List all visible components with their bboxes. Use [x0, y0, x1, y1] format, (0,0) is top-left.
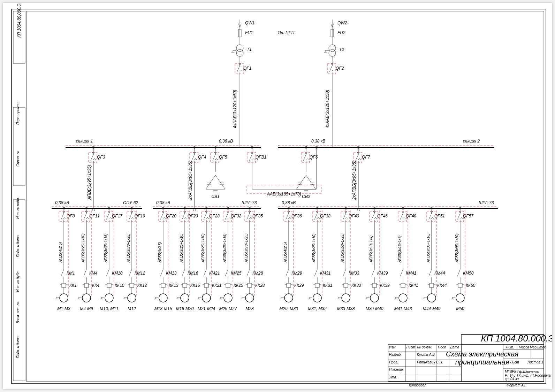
- code-topleft: КП 1004.80.000.ЭЗ: [13, 3, 25, 63]
- svg-point-84: [329, 49, 336, 56]
- svg-text:QF17: QF17: [112, 214, 123, 218]
- svg-point-449: [342, 294, 350, 302]
- svg-text:T2: T2: [339, 47, 344, 52]
- svg-point-493: [399, 294, 407, 302]
- svg-text:секция 1: секция 1: [76, 139, 93, 144]
- svg-rect-130: [211, 152, 219, 163]
- svg-rect-284: [158, 211, 167, 222]
- svg-rect-328: [202, 211, 210, 222]
- svg-rect-306: [180, 211, 188, 222]
- svg-text:QF20: QF20: [166, 214, 176, 218]
- svg-line-463: [372, 269, 374, 276]
- svg-text:Кмить А.В.: Кмить А.В.: [417, 353, 436, 356]
- svg-text:FU2: FU2: [337, 30, 345, 35]
- svg-text:КК28: КК28: [255, 283, 265, 288]
- svg-text:КМ13: КМ13: [166, 271, 177, 276]
- svg-text:Листов: Листов: [527, 360, 540, 364]
- svg-text:Подп: Подп: [438, 345, 446, 349]
- svg-text:КМ39: КМ39: [377, 271, 388, 276]
- svg-rect-94: [327, 63, 336, 74]
- svg-text:Масса: Масса: [519, 345, 529, 349]
- svg-line-419: [314, 269, 317, 276]
- svg-rect-482: [398, 211, 406, 222]
- svg-text:ОПУ-62: ОПУ-62: [123, 200, 138, 205]
- single-line-diagram: QW1FU1T1QF14хААБ(3x120+1x50)QW2FU2T2QF24…: [52, 20, 498, 311]
- svg-text:0,38 кВ: 0,38 кВ: [156, 200, 170, 205]
- svg-text:М25-М27: М25-М27: [219, 306, 237, 311]
- svg-text:4хААБ(3x120+1x50): 4хААБ(3x120+1x50): [233, 90, 237, 128]
- svg-rect-246: [107, 283, 111, 287]
- svg-line-347: [225, 213, 228, 220]
- svg-text:КМ16: КМ16: [188, 271, 198, 276]
- svg-text:КК16: КК16: [190, 283, 200, 288]
- svg-text:QF57: QF57: [463, 214, 474, 218]
- svg-text:CB1: CB1: [211, 194, 219, 199]
- svg-text:М41-М43: М41-М43: [394, 306, 412, 311]
- svg-text:КК29: КК29: [294, 283, 304, 288]
- svg-point-207: [60, 294, 68, 302]
- svg-text:QF8: QF8: [67, 214, 75, 218]
- svg-text:Изм: Изм: [389, 345, 396, 349]
- svg-text:КМ29: КМ29: [291, 271, 302, 276]
- svg-point-361: [224, 294, 232, 302]
- svg-line-507: [429, 269, 432, 276]
- svg-text:М44-М49: М44-М49: [423, 306, 441, 311]
- svg-text:QF35: QF35: [252, 214, 263, 218]
- svg-text:КК21: КК21: [212, 283, 222, 288]
- svg-text:КП 1004.80.000.ЭЗ: КП 1004.80.000.ЭЗ: [17, 3, 22, 38]
- svg-rect-466: [372, 283, 377, 287]
- svg-text:0,38 кВ: 0,38 кВ: [55, 200, 69, 205]
- svg-text:АПВБ(3x35+1x16): АПВБ(3x35+1x16): [426, 233, 430, 263]
- svg-point-537: [456, 294, 464, 302]
- svg-text:КК39: КК39: [380, 283, 390, 288]
- svg-text:QF3: QF3: [97, 155, 105, 160]
- svg-rect-290: [161, 283, 165, 287]
- svg-text:QF19: QF19: [135, 214, 145, 218]
- svg-text:КК13: КК13: [169, 283, 178, 288]
- svg-point-295: [159, 294, 167, 302]
- svg-text:КМ44: КМ44: [434, 271, 445, 276]
- svg-text:QF7: QF7: [362, 155, 371, 160]
- svg-text:М13-М15: М13-М15: [154, 306, 172, 311]
- svg-line-353: [225, 269, 228, 276]
- svg-line-237: [106, 213, 109, 220]
- svg-text:АПВБ(3x70+1x25): АПВБ(3x70+1x25): [244, 233, 248, 263]
- svg-rect-112: [89, 152, 97, 163]
- svg-line-265: [129, 269, 132, 276]
- svg-rect-224: [84, 283, 89, 287]
- svg-text:КК10: КК10: [115, 283, 124, 288]
- svg-text:КМ50: КМ50: [463, 271, 474, 276]
- svg-rect-394: [284, 211, 292, 222]
- svg-text:М21-М24: М21-М24: [198, 306, 215, 311]
- svg-line-391: [286, 213, 289, 220]
- svg-text:КК33: КК33: [351, 283, 361, 288]
- svg-line-215: [84, 213, 86, 220]
- svg-text:МГВРК   /  ф.Шевченко: МГВРК / ф.Шевченко: [505, 370, 539, 374]
- svg-text:2хАПВБ(3x95+1x35): 2хАПВБ(3x95+1x35): [352, 161, 357, 200]
- svg-text:Перв. примен.: Перв. примен.: [16, 101, 20, 125]
- svg-point-405: [284, 294, 293, 302]
- svg-text:АПВБ(3x35+1x16): АПВБ(3x35+1x16): [223, 233, 227, 263]
- svg-text:QF48: QF48: [406, 214, 416, 218]
- svg-text:КК50: КК50: [466, 283, 476, 288]
- svg-text:Масштаб: Масштаб: [530, 345, 546, 349]
- svg-line-369: [247, 213, 250, 220]
- svg-text:FU1: FU1: [245, 30, 253, 35]
- svg-text:QF38: QF38: [320, 214, 330, 218]
- svg-point-64: [236, 49, 243, 56]
- svg-text:QF4: QF4: [198, 155, 206, 160]
- svg-text:АПВБ(3x25+1x10): АПВБ(3x25+1x10): [81, 233, 85, 263]
- svg-text:М10, М11: М10, М11: [100, 306, 118, 311]
- svg-text:КМ31: КМ31: [320, 271, 330, 276]
- svg-line-309: [182, 269, 185, 276]
- svg-text:ШРА-73: ШРА-73: [242, 200, 257, 205]
- svg-text:Копировал: Копировал: [409, 383, 426, 387]
- svg-text:Инв. № подл.: Инв. № подл.: [16, 197, 20, 219]
- svg-line-485: [400, 269, 403, 276]
- svg-line-221: [84, 269, 86, 276]
- svg-line-127: [213, 154, 215, 161]
- svg-text:0,38 кВ: 0,38 кВ: [219, 139, 233, 144]
- svg-rect-218: [82, 211, 90, 222]
- svg-line-287: [160, 269, 163, 276]
- svg-text:М12: М12: [128, 306, 136, 311]
